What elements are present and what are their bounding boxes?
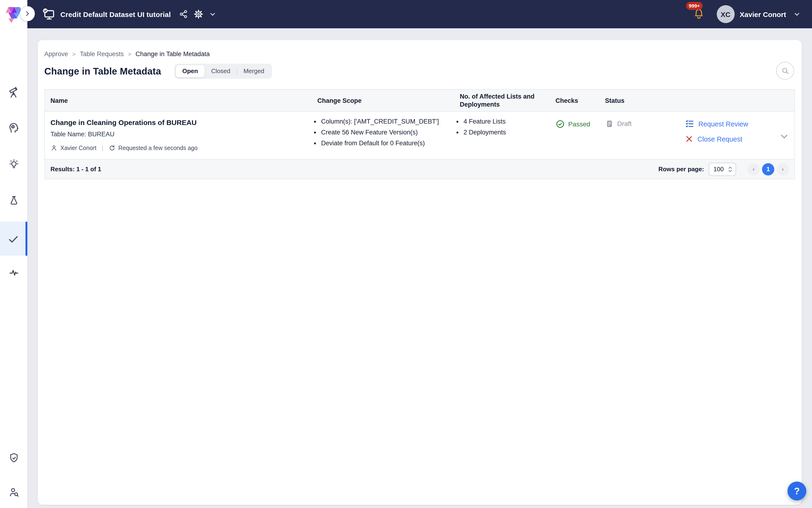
share-icon — [179, 9, 188, 19]
chevron-down-icon — [209, 10, 217, 18]
breadcrumb: Approve > Table Requests > Change in Tab… — [44, 50, 210, 57]
change-scope-item: Deviate from Default for 0 Feature(s) — [321, 140, 454, 147]
catalog-menu-button[interactable] — [209, 10, 217, 18]
page-title: Change in Table Metadata — [44, 66, 161, 77]
checks-status: Passed — [568, 119, 590, 129]
flask-icon — [8, 194, 19, 206]
sidebar-item-user-search[interactable] — [0, 476, 27, 508]
sidebar-item-experiments[interactable] — [0, 183, 27, 217]
checklist-icon — [685, 119, 694, 128]
telescope-icon — [8, 86, 19, 98]
catalog-settings-button[interactable] — [193, 9, 204, 19]
title-row: Change in Table Metadata Open Closed Mer… — [44, 64, 272, 79]
request-name-cell: Change in Cleaning Operations of BUREAU … — [45, 112, 312, 159]
user-search-icon — [8, 486, 19, 498]
refresh-icon — [108, 144, 116, 152]
share-button[interactable] — [179, 9, 188, 19]
pulse-icon — [8, 266, 19, 278]
person-icon — [50, 144, 57, 152]
rows-per-page-select[interactable]: 100 — [709, 163, 736, 176]
column-header-affected: No. of Affected Lists and Deployments — [454, 90, 550, 111]
request-table-name: Table Name: BUREAU — [50, 131, 306, 138]
table-footer: Results: 1 - 1 of 1 Rows per page: 100 ‹… — [45, 159, 795, 179]
affected-item: 2 Deployments — [463, 129, 550, 136]
content-card: Approve > Table Requests > Change in Tab… — [38, 40, 802, 505]
requested-by: Xavier Conort — [60, 144, 96, 151]
close-x-icon — [685, 135, 693, 143]
sidebar-expand-button[interactable] — [20, 6, 35, 21]
breadcrumb-separator: > — [73, 51, 76, 57]
tab-merged[interactable]: Merged — [237, 65, 271, 77]
gear-icon — [193, 9, 204, 19]
change-scope-item: Column(s): ['AMT_CREDIT_SUM_DEBT'] — [321, 118, 454, 125]
column-header-change-scope: Change Scope — [312, 94, 454, 107]
top-navbar: Credit Default Dataset UI tutorial — [27, 0, 812, 28]
help-button[interactable]: ? — [787, 481, 806, 501]
tab-open[interactable]: Open — [176, 65, 205, 77]
search-button[interactable] — [776, 62, 794, 80]
column-header-status: Status — [599, 94, 675, 107]
check-icon — [7, 233, 18, 245]
requests-table: Name Change Scope No. of Affected Lists … — [44, 89, 795, 179]
affected-item: 4 Feature Lists — [463, 118, 550, 125]
close-request-label: Close Request — [697, 135, 742, 143]
page-background: Approve > Table Requests > Change in Tab… — [27, 28, 812, 508]
column-header-checks: Checks — [550, 94, 599, 107]
notification-badge: 999+ — [686, 2, 703, 10]
sidebar-item-modeling[interactable] — [0, 111, 27, 144]
catalog-monitor-icon — [42, 8, 55, 20]
draft-document-icon — [605, 119, 614, 128]
actions-cell: Request Review Close Request — [675, 112, 795, 159]
chevron-right-icon — [24, 10, 31, 17]
search-icon — [781, 66, 790, 75]
status-tabs: Open Closed Merged — [174, 64, 272, 79]
request-meta: Xavier Conort | Requested a few seconds … — [50, 144, 306, 152]
change-scope-item: Create 56 New Feature Version(s) — [321, 129, 454, 136]
rows-per-page-value: 100 — [714, 166, 724, 173]
bell-icon — [692, 8, 705, 20]
column-header-name: Name — [45, 94, 312, 107]
sidebar-item-explore[interactable] — [0, 75, 27, 109]
request-title[interactable]: Change in Cleaning Operations of BUREAU — [50, 118, 306, 126]
app-root: Credit Default Dataset UI tutorial — [0, 0, 812, 508]
status-cell: Draft — [599, 112, 675, 159]
breadcrumb-table-requests[interactable]: Table Requests — [80, 50, 124, 57]
close-request-button[interactable]: Close Request — [685, 135, 795, 143]
catalog-title: Credit Default Dataset UI tutorial — [60, 10, 171, 18]
notifications-button[interactable]: 999+ — [692, 8, 705, 20]
checks-cell: Passed — [550, 112, 599, 159]
previous-page-button[interactable]: ‹ — [748, 163, 760, 175]
rows-per-page-label: Rows per page: — [658, 166, 704, 173]
chevron-down-icon — [779, 132, 789, 141]
avatar[interactable]: XC — [717, 5, 734, 23]
row-expand-button[interactable] — [779, 132, 789, 141]
user-name: Xavier Conort — [739, 10, 786, 18]
pagination: ‹ 1 › — [748, 163, 789, 175]
request-review-label: Request Review — [698, 120, 748, 128]
table-row[interactable]: Change in Cleaning Operations of BUREAU … — [45, 112, 795, 159]
sidebar-item-insights[interactable] — [0, 147, 27, 181]
lightbulb-icon — [8, 158, 19, 170]
head-gear-icon — [7, 121, 20, 133]
change-scope-cell: Column(s): ['AMT_CREDIT_SUM_DEBT'] Creat… — [312, 112, 454, 159]
sidebar-item-governance[interactable] — [0, 440, 27, 474]
user-menu-button[interactable] — [793, 10, 801, 18]
check-circle-icon — [555, 119, 565, 129]
stepper-arrows-icon — [728, 165, 733, 173]
shield-check-icon — [8, 452, 19, 463]
requested-time: Requested a few seconds ago — [118, 144, 197, 151]
affected-cell: 4 Feature Lists 2 Deployments — [454, 112, 550, 159]
sidebar-item-approve[interactable] — [0, 222, 27, 256]
column-header-actions — [675, 98, 795, 103]
table-header: Name Change Scope No. of Affected Lists … — [45, 90, 795, 112]
page-1-button[interactable]: 1 — [762, 163, 774, 175]
next-page-button[interactable]: › — [777, 163, 789, 175]
breadcrumb-separator: > — [128, 51, 131, 57]
status-badge: Draft — [617, 119, 632, 128]
tab-closed[interactable]: Closed — [205, 65, 237, 77]
sidebar-item-monitoring[interactable] — [0, 255, 27, 289]
chevron-down-icon — [793, 10, 801, 18]
request-review-button[interactable]: Request Review — [685, 119, 795, 128]
sidebar — [0, 0, 27, 508]
breadcrumb-approve[interactable]: Approve — [44, 50, 68, 57]
